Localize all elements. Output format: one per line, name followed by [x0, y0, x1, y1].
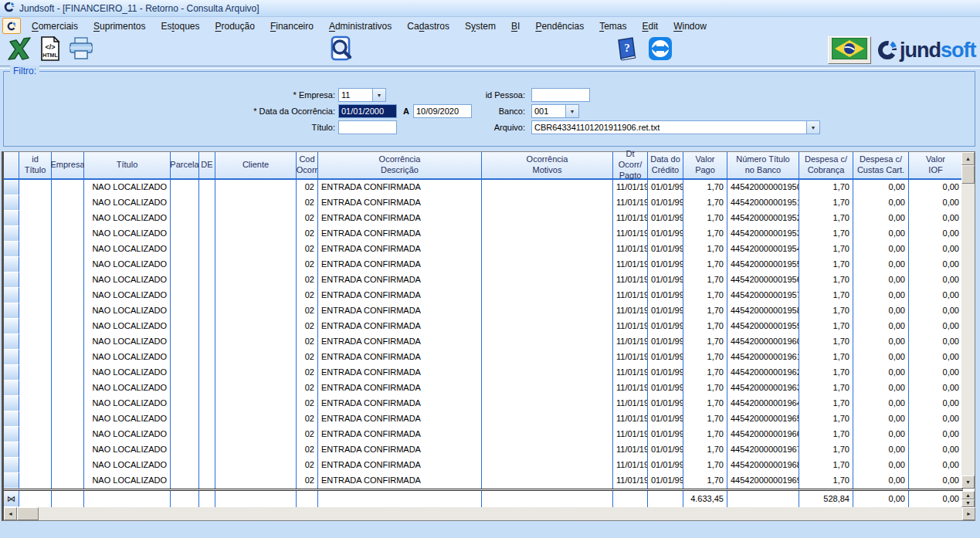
menu-item-comerciais[interactable]: Comerciais [24, 19, 86, 33]
cell-iof[interactable]: 0,00 [909, 226, 963, 242]
cell-numero[interactable]: 44542000000195420 [727, 242, 799, 257]
cell-cliente[interactable] [215, 180, 297, 195]
cell-cliente[interactable] [215, 473, 297, 489]
cell-sel[interactable] [4, 257, 19, 272]
cell-parcela[interactable] [171, 396, 199, 411]
cell-parcela[interactable] [171, 288, 199, 303]
column-header-parcela[interactable]: Parcela [171, 152, 199, 180]
cell-motivos[interactable] [482, 411, 613, 427]
cell-de[interactable] [199, 365, 215, 381]
cell-numero[interactable]: 44542000000196720 [727, 442, 799, 458]
cell-cobranca[interactable]: 1,70 [799, 242, 853, 257]
cell-descricao[interactable]: ENTRADA CONFIRMADA [318, 272, 482, 288]
horizontal-scroll-track[interactable] [39, 507, 962, 520]
table-row[interactable]: NAO LOCALIZADO02ENTRADA CONFIRMADA11/01/… [4, 396, 963, 411]
cell-motivos[interactable] [482, 365, 613, 381]
cell-de[interactable] [199, 195, 215, 211]
cell-de[interactable] [199, 242, 215, 257]
cell-id_titulo[interactable] [19, 303, 52, 319]
cell-numero[interactable]: 44542000000196820 [727, 458, 799, 473]
cell-empresa[interactable] [52, 381, 84, 396]
cell-iof[interactable]: 0,00 [909, 272, 963, 288]
cell-id_titulo[interactable] [19, 195, 52, 211]
cell-de[interactable] [199, 381, 215, 396]
column-header-cobranca[interactable]: Despesa c/ Cobrança [799, 152, 853, 180]
cell-iof[interactable]: 0,00 [909, 303, 963, 319]
cell-valor_pago[interactable]: 1,70 [683, 473, 727, 489]
cell-descricao[interactable]: ENTRADA CONFIRMADA [318, 226, 482, 242]
cell-credito[interactable]: 01/01/99 [648, 226, 683, 242]
cell-dt_ocorr[interactable]: 11/01/19 [613, 396, 648, 411]
cell-dt_ocorr[interactable]: 11/01/19 [613, 350, 648, 365]
empresa-input[interactable] [338, 88, 373, 102]
cell-motivos[interactable] [482, 458, 613, 473]
cell-numero[interactable]: 44542000000196320 [727, 381, 799, 396]
cell-dt_ocorr[interactable]: 11/01/19 [613, 442, 648, 458]
cell-motivos[interactable] [482, 272, 613, 288]
cell-cod_ocorr[interactable]: 02 [297, 180, 318, 195]
cell-cobranca[interactable]: 1,70 [799, 257, 853, 272]
table-row[interactable]: NAO LOCALIZADO02ENTRADA CONFIRMADA11/01/… [4, 458, 963, 473]
column-header-cliente[interactable]: Cliente [215, 152, 297, 180]
cell-empresa[interactable] [52, 458, 84, 473]
cell-cobranca[interactable]: 1,70 [799, 473, 853, 489]
cell-cliente[interactable] [215, 242, 297, 257]
cell-de[interactable] [199, 257, 215, 272]
cell-iof[interactable]: 0,00 [909, 458, 963, 473]
cell-sel[interactable] [4, 411, 19, 427]
cell-credito[interactable]: 01/01/99 [648, 442, 683, 458]
cell-sel[interactable] [4, 195, 19, 211]
cell-cliente[interactable] [215, 458, 297, 473]
cell-custas[interactable]: 0,00 [853, 442, 909, 458]
cell-empresa[interactable] [52, 272, 84, 288]
menu-item-edit[interactable]: Edit [634, 19, 666, 33]
cell-sel[interactable] [4, 180, 19, 195]
cell-custas[interactable]: 0,00 [853, 242, 909, 257]
cell-descricao[interactable]: ENTRADA CONFIRMADA [318, 319, 482, 334]
cell-dt_ocorr[interactable]: 11/01/19 [613, 427, 648, 442]
cell-custas[interactable]: 0,00 [853, 365, 909, 381]
cell-de[interactable] [199, 319, 215, 334]
cell-sel[interactable] [4, 396, 19, 411]
cell-empresa[interactable] [52, 288, 84, 303]
cell-motivos[interactable] [482, 396, 613, 411]
cell-sel[interactable] [4, 319, 19, 334]
cell-parcela[interactable] [171, 319, 199, 334]
cell-titulo[interactable]: NAO LOCALIZADO [84, 319, 171, 334]
cell-valor_pago[interactable]: 1,70 [683, 365, 727, 381]
cell-motivos[interactable] [482, 288, 613, 303]
cell-iof[interactable]: 0,00 [909, 319, 963, 334]
cell-empresa[interactable] [52, 473, 84, 489]
column-header-custas[interactable]: Despesa c/ Custas Cart. [853, 152, 909, 180]
cell-dt_ocorr[interactable]: 11/01/19 [613, 288, 648, 303]
cell-cobranca[interactable]: 1,70 [799, 334, 853, 350]
cell-motivos[interactable] [482, 350, 613, 365]
cell-cod_ocorr[interactable]: 02 [297, 473, 318, 489]
cell-custas[interactable]: 0,00 [853, 427, 909, 442]
cell-parcela[interactable] [171, 180, 199, 195]
cell-descricao[interactable]: ENTRADA CONFIRMADA [318, 257, 482, 272]
table-row[interactable]: NAO LOCALIZADO02ENTRADA CONFIRMADA11/01/… [4, 381, 963, 396]
scroll-right-button[interactable]: ► [962, 507, 975, 520]
menu-item-financeiro[interactable]: Financeiro [263, 19, 321, 33]
cell-cod_ocorr[interactable]: 02 [297, 211, 318, 226]
scroll-left-button[interactable]: ◄ [4, 507, 17, 520]
cell-numero[interactable]: 44542000000196520 [727, 411, 799, 427]
cell-iof[interactable]: 0,00 [909, 411, 963, 427]
cell-cliente[interactable] [215, 303, 297, 319]
cell-parcela[interactable] [171, 458, 199, 473]
cell-custas[interactable]: 0,00 [853, 458, 909, 473]
cell-id_titulo[interactable] [19, 411, 52, 427]
cell-credito[interactable]: 01/01/99 [648, 411, 683, 427]
cell-titulo[interactable]: NAO LOCALIZADO [84, 411, 171, 427]
cell-de[interactable] [199, 226, 215, 242]
cell-cobranca[interactable]: 1,70 [799, 211, 853, 226]
cell-valor_pago[interactable]: 1,70 [683, 288, 727, 303]
cell-valor_pago[interactable]: 1,70 [683, 180, 727, 195]
cell-descricao[interactable]: ENTRADA CONFIRMADA [318, 427, 482, 442]
cell-cobranca[interactable]: 1,70 [799, 226, 853, 242]
cell-cobranca[interactable]: 1,70 [799, 396, 853, 411]
cell-parcela[interactable] [171, 242, 199, 257]
table-row[interactable]: NAO LOCALIZADO02ENTRADA CONFIRMADA11/01/… [4, 288, 963, 303]
cell-cobranca[interactable]: 1,70 [799, 427, 853, 442]
